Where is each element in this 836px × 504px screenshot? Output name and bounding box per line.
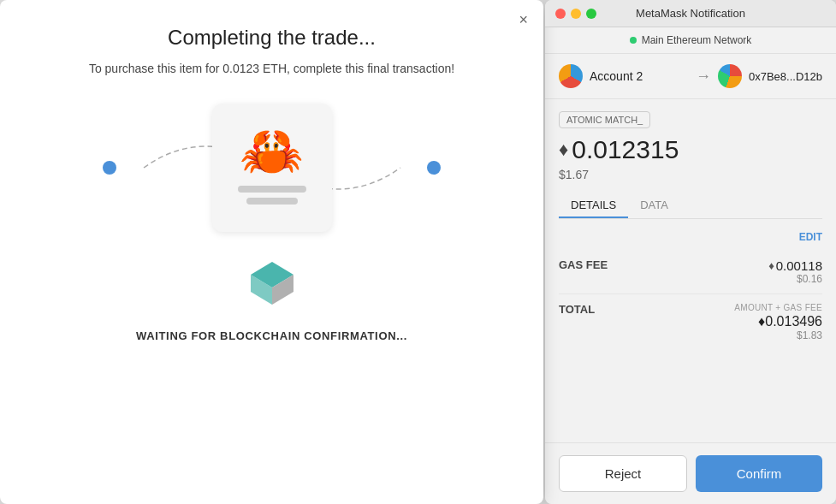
eth-icon-large: ♦ — [559, 139, 568, 161]
geo-logo — [246, 258, 298, 309]
close-button[interactable]: × — [519, 12, 528, 27]
mm-footer: Reject Confirm — [545, 442, 836, 504]
page-title: Completing the trade... — [168, 26, 376, 50]
account-name: Account 2 — [590, 69, 689, 83]
tab-data[interactable]: DATA — [628, 193, 680, 218]
tab-details[interactable]: DETAILS — [559, 193, 628, 218]
waiting-text: WAITING FOR BLOCKCHAIN CONFIRMATION... — [136, 329, 407, 342]
total-row: TOTAL AMOUNT + GAS FEE ♦ 0.013496 $1.83 — [559, 294, 822, 350]
dot-right — [427, 161, 441, 175]
logo-area — [246, 258, 298, 312]
nft-card: 🦀 — [212, 104, 332, 232]
network-name: Main Ethereum Network — [642, 34, 752, 46]
target-avatar — [718, 64, 742, 88]
confirm-button[interactable]: Confirm — [696, 455, 822, 492]
network-status-dot — [630, 37, 637, 44]
card-line-1 — [238, 186, 306, 193]
gas-fee-usd: $0.16 — [768, 273, 822, 285]
gas-fee-eth: ♦ 0.00118 — [768, 258, 822, 273]
card-line-2 — [246, 198, 298, 205]
gas-fee-row: GAS FEE ♦ 0.00118 $0.16 — [559, 250, 822, 294]
network-bar: Main Ethereum Network — [545, 27, 836, 54]
account-avatar — [559, 64, 583, 88]
contract-badge: ATOMIC MATCH_ — [559, 111, 650, 128]
edit-link[interactable]: EDIT — [559, 231, 822, 243]
total-eth-value: 0.013496 — [765, 314, 822, 329]
eth-amount-row: ♦ 0.012315 — [559, 135, 822, 164]
mm-content: ATOMIC MATCH_ ♦ 0.012315 $1.67 DETAILS D… — [545, 99, 836, 442]
minimize-window-btn[interactable] — [571, 9, 581, 19]
usd-amount-value: $1.67 — [559, 168, 822, 181]
eth-amount-value: 0.012315 — [572, 135, 679, 164]
window-title: MetaMask Notification — [636, 7, 745, 20]
total-eth: ♦ 0.013496 — [734, 314, 822, 329]
metamask-panel: MetaMask Notification Main Ethereum Netw… — [545, 0, 836, 504]
maximize-window-btn[interactable] — [586, 9, 596, 19]
target-address: 0x7Be8...D12b — [749, 70, 822, 83]
gas-fee-values: ♦ 0.00118 $0.16 — [768, 258, 822, 285]
window-controls — [555, 9, 596, 19]
subtitle-text: To purchase this item for 0.0123 ETH, co… — [89, 60, 454, 78]
gas-fee-label: GAS FEE — [559, 258, 608, 271]
trade-area: 🦀 — [51, 104, 492, 232]
account-row: Account 2 → 0x7Be8...D12b — [545, 54, 836, 99]
mm-tabs: DETAILS DATA — [559, 193, 822, 219]
eth-sym-total: ♦ — [758, 314, 765, 329]
total-usd: $1.83 — [734, 329, 822, 341]
title-bar: MetaMask Notification — [545, 0, 836, 27]
total-label: TOTAL — [559, 303, 595, 316]
close-window-btn[interactable] — [555, 9, 566, 19]
total-values: AMOUNT + GAS FEE ♦ 0.013496 $1.83 — [734, 303, 822, 341]
eth-sym-gas: ♦ — [768, 259, 774, 272]
crab-image: 🦀 — [240, 126, 304, 177]
left-panel: × Completing the trade... To purchase th… — [0, 0, 543, 504]
dot-left — [103, 161, 116, 175]
total-sublabel: AMOUNT + GAS FEE — [734, 303, 822, 312]
gas-fee-eth-value: 0.00118 — [776, 258, 822, 273]
reject-button[interactable]: Reject — [559, 455, 687, 492]
arrow-right-icon: → — [696, 68, 711, 86]
